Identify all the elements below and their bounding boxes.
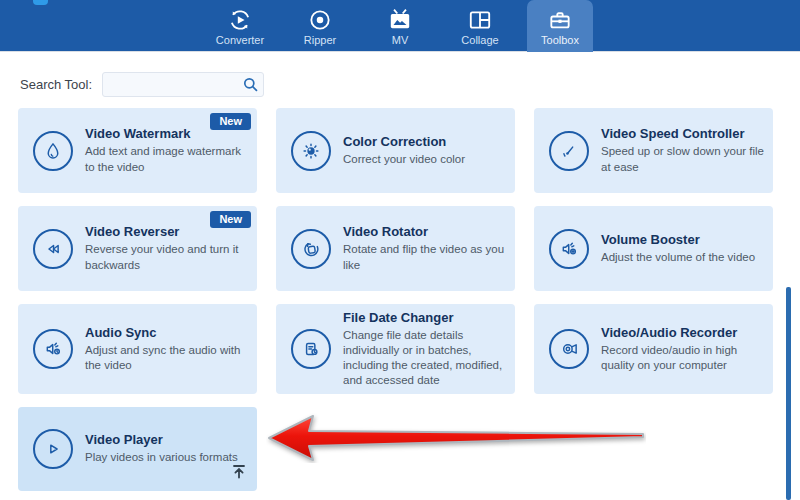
tool-text: Video Rotator Rotate and flip the video …	[343, 224, 511, 272]
tool-title: Color Correction	[343, 134, 511, 149]
card-video-player[interactable]: Video Player Play videos in various form…	[18, 407, 257, 491]
search-field-wrap	[102, 72, 264, 97]
tab-label: Toolbox	[541, 34, 579, 46]
mv-icon	[387, 7, 413, 33]
tool-text: File Date Changer Change file date detai…	[343, 310, 511, 389]
sun-icon	[291, 131, 331, 171]
collage-icon	[467, 7, 493, 33]
tool-text: Color Correction Correct your video colo…	[343, 134, 511, 167]
card-video-rotator[interactable]: Video Rotator Rotate and flip the video …	[276, 206, 515, 291]
rotate-icon	[291, 229, 331, 269]
speedometer-icon	[549, 131, 589, 171]
tab-mv[interactable]: MV	[367, 0, 433, 52]
tab-converter[interactable]: Converter	[207, 0, 273, 52]
speaker-plus-icon	[549, 229, 589, 269]
tool-title: Volume Booster	[601, 232, 769, 247]
tool-title: File Date Changer	[343, 310, 511, 325]
tool-text: Video Reverser Reverse your video and tu…	[85, 224, 253, 272]
scroll-to-top-icon[interactable]	[231, 463, 247, 484]
tool-grid: New Video Watermark Add text and image w…	[18, 108, 800, 491]
tool-description: Rotate and flip the video as you like	[343, 242, 511, 272]
tool-title: Video Speed Controller	[601, 126, 769, 141]
tool-title: Video Player	[85, 432, 253, 447]
speaker-clock-icon	[33, 329, 73, 369]
tool-description: Add text and image watermark to the vide…	[85, 144, 253, 174]
card-color-correction[interactable]: Color Correction Correct your video colo…	[276, 108, 515, 193]
search-input[interactable]	[102, 72, 264, 97]
tab-toolbox[interactable]: Toolbox	[527, 0, 593, 52]
toolbox-icon	[547, 7, 573, 33]
tool-title: Video Rotator	[343, 224, 511, 239]
card-video-watermark[interactable]: New Video Watermark Add text and image w…	[18, 108, 257, 193]
tool-description: Speed up or slow down your file at ease	[601, 144, 769, 174]
tab-label: Converter	[216, 34, 264, 46]
tool-description: Adjust the volume of the video	[601, 250, 769, 265]
water-drop-icon	[33, 131, 73, 171]
tab-label: Ripper	[304, 34, 336, 46]
tool-description: Record video/audio in high quality on yo…	[601, 343, 769, 373]
document-clock-icon	[291, 329, 331, 369]
scrollbar-thumb[interactable]	[786, 287, 791, 500]
search-label: Search Tool:	[20, 77, 92, 92]
ripper-icon	[307, 7, 333, 33]
tab-label: MV	[392, 34, 409, 46]
rewind-icon	[33, 229, 73, 269]
tool-description: Play videos in various formats	[85, 450, 253, 465]
card-video-reverser[interactable]: New Video Reverser Reverse your video an…	[18, 206, 257, 291]
tool-text: Video Speed Controller Speed up or slow …	[601, 126, 769, 174]
tool-text: Video Watermark Add text and image water…	[85, 126, 253, 174]
play-icon	[33, 429, 73, 469]
tab-collage[interactable]: Collage	[447, 0, 513, 52]
tool-text: Video Player Play videos in various form…	[85, 432, 253, 465]
tool-title: Audio Sync	[85, 325, 253, 340]
search-row: Search Tool:	[0, 72, 800, 97]
tool-description: Correct your video color	[343, 152, 511, 167]
tool-text: Audio Sync Adjust and sync the audio wit…	[85, 325, 253, 373]
tab-ripper[interactable]: Ripper	[287, 0, 353, 52]
new-badge: New	[210, 211, 251, 228]
search-icon[interactable]	[242, 76, 259, 97]
top-navigation-bar: Converter Ripper MV	[0, 0, 800, 52]
tool-description: Reverse your video and turn it backwards	[85, 242, 253, 272]
nav-tabs: Converter Ripper MV	[0, 0, 800, 52]
tool-text: Volume Booster Adjust the volume of the …	[601, 232, 769, 265]
card-file-date-changer[interactable]: File Date Changer Change file date detai…	[276, 304, 515, 394]
tool-description: Change file date details individually or…	[343, 328, 511, 389]
card-volume-booster[interactable]: Volume Booster Adjust the volume of the …	[534, 206, 773, 291]
tab-label: Collage	[461, 34, 498, 46]
card-audio-sync[interactable]: Audio Sync Adjust and sync the audio wit…	[18, 304, 257, 394]
tool-description: Adjust and sync the audio with the video	[85, 343, 253, 373]
converter-icon	[227, 7, 253, 33]
card-video-speed-controller[interactable]: Video Speed Controller Speed up or slow …	[534, 108, 773, 193]
new-badge: New	[210, 113, 251, 130]
tool-title: Video/Audio Recorder	[601, 325, 769, 340]
card-video-audio-recorder[interactable]: Video/Audio Recorder Record video/audio …	[534, 304, 773, 394]
camera-icon	[549, 329, 589, 369]
tool-text: Video/Audio Recorder Record video/audio …	[601, 325, 769, 373]
